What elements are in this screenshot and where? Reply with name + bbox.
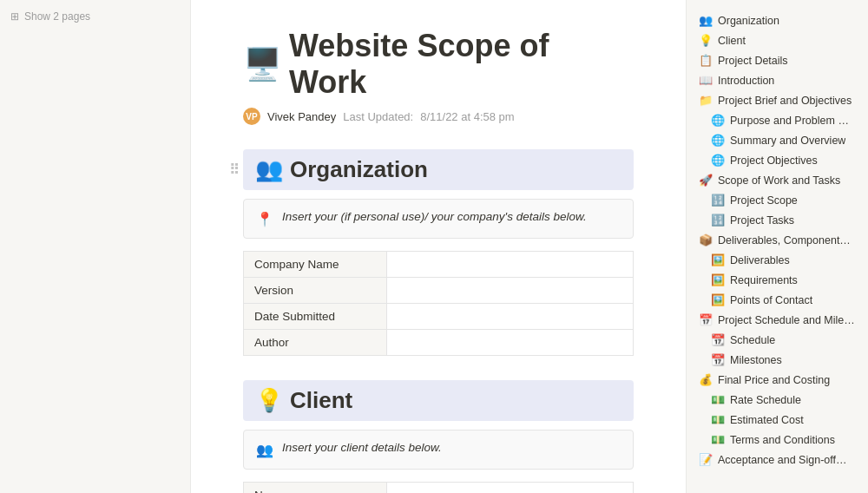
sidebar-poc-icon: 🖼️ bbox=[711, 293, 725, 306]
sidebar-item-schedule-milestones[interactable]: 📅 Project Schedule and Milestones bbox=[687, 310, 868, 330]
org-row-value-3[interactable] bbox=[387, 330, 634, 356]
sidebar-projscope-label: Project Scope bbox=[730, 194, 798, 207]
sidebar-item-project-brief[interactable]: 📁 Project Brief and Objectives bbox=[687, 90, 868, 110]
sidebar-deliv-icon: 🖼️ bbox=[711, 253, 725, 266]
client-table: Name Phone Email Mailing Address bbox=[243, 482, 634, 493]
title-icon: 🖥️ bbox=[243, 46, 282, 82]
sidebar-sched-section-label: Project Schedule and Milestones bbox=[718, 314, 856, 326]
sidebar-projdetails-icon: 📋 bbox=[699, 54, 713, 67]
sidebar-terms-label: Terms and Conditions bbox=[730, 434, 835, 446]
sidebar-item-organization[interactable]: 👥 Organization bbox=[687, 10, 868, 30]
title-text: Website Scope of Work bbox=[289, 28, 634, 101]
org-callout-icon: 📍 bbox=[256, 211, 273, 227]
sidebar-milestones-icon: 📆 bbox=[711, 353, 725, 366]
org-title: Organization bbox=[290, 156, 428, 183]
sidebar-terms-icon: 💵 bbox=[711, 433, 725, 446]
sidebar-brief-label: Project Brief and Objectives bbox=[718, 95, 852, 107]
drag-handle-org[interactable]: ⠿ bbox=[229, 161, 240, 178]
sidebar-projtasks-icon: 🔢 bbox=[711, 214, 725, 227]
sidebar-item-summary[interactable]: 🌐 Summary and Overview bbox=[687, 130, 868, 150]
sidebar-item-project-details[interactable]: 📋 Project Details bbox=[687, 50, 868, 70]
table-row: Company Name bbox=[244, 252, 634, 278]
sidebar-item-project-tasks[interactable]: 🔢 Project Tasks bbox=[687, 210, 868, 230]
sidebar-client-label: Client bbox=[718, 35, 746, 47]
author-name: Vivek Pandey bbox=[267, 110, 336, 123]
table-row: Date Submitted bbox=[244, 304, 634, 330]
client-row-value-0[interactable] bbox=[387, 483, 634, 494]
sidebar-rate-label: Rate Schedule bbox=[730, 394, 801, 406]
sidebar-item-terms[interactable]: 💵 Terms and Conditions bbox=[687, 430, 868, 450]
sidebar-accept-icon: 📝 bbox=[699, 453, 713, 466]
sidebar-deliverables-section-icon: 📦 bbox=[699, 233, 713, 246]
client-row-label-0: Name bbox=[244, 483, 387, 494]
sidebar-client-icon: 💡 bbox=[699, 34, 713, 47]
sidebar-deliverables-section-label: Deliverables, Components, & R… bbox=[718, 234, 856, 246]
sidebar-item-project-objectives[interactable]: 🌐 Project Objectives bbox=[687, 150, 868, 170]
client-callout-icon: 👥 bbox=[256, 442, 273, 458]
sidebar-item-acceptance[interactable]: 📝 Acceptance and Sign-off… bbox=[687, 450, 868, 470]
sidebar-item-rate-schedule[interactable]: 💵 Rate Schedule bbox=[687, 390, 868, 410]
show-pages-button[interactable]: ⊞ Show 2 pages bbox=[0, 7, 190, 26]
sidebar-objectives-icon: 🌐 bbox=[711, 154, 725, 167]
sidebar-purpose-label: Purpose and Problem Statem… bbox=[730, 115, 856, 127]
sidebar-item-purpose[interactable]: 🌐 Purpose and Problem Statem… bbox=[687, 110, 868, 130]
organization-heading: ⠿ 👥 Organization bbox=[243, 149, 634, 190]
table-row: Author bbox=[244, 330, 634, 356]
client-heading: 💡 Client bbox=[243, 380, 634, 421]
sidebar-item-requirements[interactable]: 🖼️ Requirements bbox=[687, 270, 868, 290]
sidebar-item-milestones[interactable]: 📆 Milestones bbox=[687, 350, 868, 370]
main-content: 🖥️ Website Scope of Work VP Vivek Pandey… bbox=[191, 0, 686, 493]
sidebar-deliv-label: Deliverables bbox=[730, 254, 790, 266]
org-row-label-1: Version bbox=[244, 278, 387, 304]
sidebar-item-final-price[interactable]: 💰 Final Price and Costing bbox=[687, 370, 868, 390]
org-row-value-0[interactable] bbox=[387, 252, 634, 278]
sidebar-item-deliverables-section[interactable]: 📦 Deliverables, Components, & R… bbox=[687, 230, 868, 250]
client-callout: 👥 Insert your client details below. bbox=[243, 430, 634, 470]
sidebar-item-schedule[interactable]: 📆 Schedule bbox=[687, 330, 868, 350]
last-updated-value: 8/11/22 at 4:58 pm bbox=[420, 110, 514, 123]
sidebar-scope-label: Scope of Work and Tasks bbox=[718, 174, 840, 187]
sidebar-sched-icon: 📆 bbox=[711, 333, 725, 346]
pages-icon: ⊞ bbox=[10, 10, 19, 23]
org-row-value-2[interactable] bbox=[387, 304, 634, 330]
org-icon: 👥 bbox=[255, 156, 283, 183]
sidebar-item-introduction[interactable]: 📖 Introduction bbox=[687, 70, 868, 90]
sidebar-objectives-label: Project Objectives bbox=[730, 154, 818, 167]
sidebar-poc-label: Points of Contact bbox=[730, 294, 812, 306]
sidebar-item-deliverables[interactable]: 🖼️ Deliverables bbox=[687, 250, 868, 270]
org-callout-text: Insert your (if personal use)/ your comp… bbox=[282, 210, 587, 223]
doc-title: 🖥️ Website Scope of Work bbox=[243, 28, 634, 101]
table-row: Version bbox=[244, 278, 634, 304]
client-callout-text: Insert your client details below. bbox=[282, 441, 442, 454]
sidebar-intro-icon: 📖 bbox=[699, 74, 713, 87]
sidebar-summary-icon: 🌐 bbox=[711, 134, 725, 147]
sidebar-brief-icon: 📁 bbox=[699, 94, 713, 107]
sidebar-org-label: Organization bbox=[718, 15, 779, 27]
sidebar-cost-label: Estimated Cost bbox=[730, 414, 804, 426]
sidebar-item-client[interactable]: 💡 Client bbox=[687, 30, 868, 50]
organization-section: ⠿ 👥 Organization 📍 Insert your (if perso… bbox=[243, 149, 634, 356]
sidebar-projtasks-label: Project Tasks bbox=[730, 214, 794, 227]
sidebar-item-points-contact[interactable]: 🖼️ Points of Contact bbox=[687, 290, 868, 310]
sidebar-purpose-icon: 🌐 bbox=[711, 114, 725, 127]
sidebar-item-estimated-cost[interactable]: 💵 Estimated Cost bbox=[687, 410, 868, 430]
sidebar-item-scope-work-tasks[interactable]: 🚀 Scope of Work and Tasks bbox=[687, 170, 868, 190]
sidebar-item-project-scope[interactable]: 🔢 Project Scope bbox=[687, 190, 868, 210]
sidebar-org-icon: 👥 bbox=[699, 14, 713, 27]
sidebar-price-section-icon: 💰 bbox=[699, 373, 713, 386]
org-row-label-3: Author bbox=[244, 330, 387, 356]
sidebar-rate-icon: 💵 bbox=[711, 393, 725, 406]
sidebar-intro-label: Introduction bbox=[718, 75, 774, 87]
org-table: Company Name Version Date Submitted Auth… bbox=[243, 251, 634, 356]
org-row-label-0: Company Name bbox=[244, 252, 387, 278]
client-title: Client bbox=[290, 387, 352, 414]
org-row-label-2: Date Submitted bbox=[244, 304, 387, 330]
org-row-value-1[interactable] bbox=[387, 278, 634, 304]
sidebar-projscope-icon: 🔢 bbox=[711, 194, 725, 207]
sidebar-scope-icon: 🚀 bbox=[699, 174, 713, 187]
right-sidebar: 👥 Organization 💡 Client 📋 Project Detail… bbox=[686, 0, 868, 493]
table-row: Name bbox=[244, 483, 634, 494]
sidebar-cost-icon: 💵 bbox=[711, 413, 725, 426]
sidebar-projdetails-label: Project Details bbox=[718, 55, 788, 67]
client-icon: 💡 bbox=[255, 387, 283, 414]
